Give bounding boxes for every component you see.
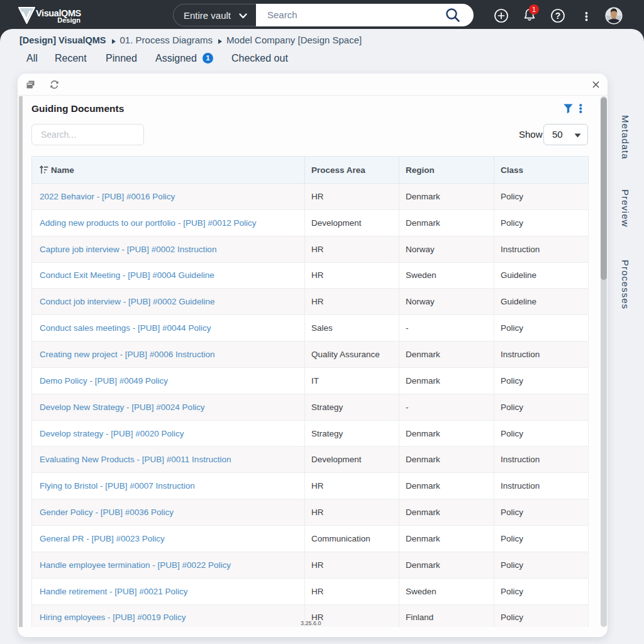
svg-text:?: ? [555,11,561,21]
